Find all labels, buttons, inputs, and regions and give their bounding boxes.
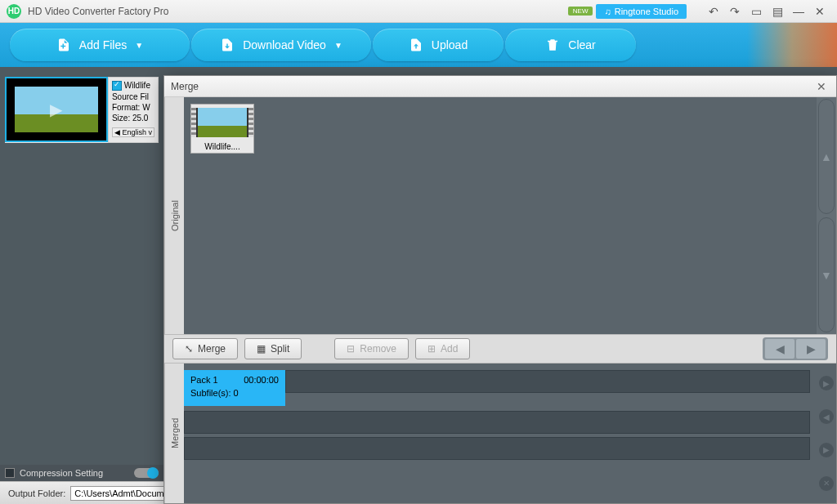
scroll-down-button[interactable]: ▼ bbox=[818, 217, 835, 332]
clear-button[interactable]: Clear bbox=[505, 29, 636, 61]
download-video-button[interactable]: Download Video ▼ bbox=[191, 29, 371, 61]
merge-button[interactable]: ⤡ Merge bbox=[172, 338, 238, 359]
ringtone-studio-button[interactable]: ♫ Ringtone Studio bbox=[596, 4, 687, 19]
add-files-button[interactable]: Add Files ▼ bbox=[10, 29, 190, 61]
save-button[interactable]: ▤ bbox=[767, 3, 788, 20]
redo-button[interactable]: ↷ bbox=[724, 3, 745, 20]
app-logo-icon: HD bbox=[7, 4, 21, 19]
undo-button[interactable]: ↶ bbox=[703, 3, 724, 20]
scroll-up-button[interactable]: ▲ bbox=[818, 99, 835, 214]
merged-next-button[interactable]: ▶ bbox=[819, 443, 834, 457]
pack-subfiles-count: 0 bbox=[234, 388, 239, 398]
dropdown-icon: ▼ bbox=[334, 41, 342, 50]
dialog-close-button[interactable]: ✕ bbox=[813, 80, 830, 93]
app-title: HD Video Converter Factory Pro bbox=[28, 6, 169, 17]
original-label: Original bbox=[164, 97, 184, 334]
trash-icon bbox=[545, 38, 560, 52]
file-name: Wildlife bbox=[124, 81, 150, 90]
merged-label: Merged bbox=[164, 364, 184, 503]
nav-prev-button[interactable]: ◀ bbox=[765, 339, 794, 359]
titlebar: HD HD Video Converter Factory Pro NEW ♫ … bbox=[0, 0, 837, 23]
original-scrollbar: ▲ ▼ bbox=[817, 97, 836, 334]
merged-play-button[interactable]: ▶ bbox=[819, 376, 834, 390]
output-folder-label: Output Folder: bbox=[8, 488, 65, 498]
file-info: Wildlife Source Fil Format: W Size: 25.0… bbox=[108, 77, 159, 143]
ringtone-label: Ringtone Studio bbox=[615, 7, 678, 16]
original-thumbnail bbox=[191, 105, 253, 140]
main-toolbar: Add Files ▼ Download Video ▼ Upload Clea… bbox=[0, 23, 837, 67]
original-video-item[interactable]: Wildlife.... bbox=[190, 104, 254, 154]
remove-icon: ⊟ bbox=[347, 343, 355, 355]
compression-bar: Compression Setting bbox=[0, 465, 163, 481]
minimize-button[interactable]: — bbox=[788, 3, 809, 20]
merged-lane[interactable] bbox=[184, 437, 810, 460]
file-item[interactable]: Wildlife Source Fil Format: W Size: 25.0… bbox=[5, 77, 159, 143]
add-files-label: Add Files bbox=[79, 38, 127, 51]
merge-icon: ⤡ bbox=[185, 343, 193, 355]
merged-prev-button[interactable]: ◀ bbox=[819, 409, 834, 424]
merged-lane[interactable] bbox=[184, 411, 810, 434]
merged-controls: ▶ ◀ ▶ ✕ bbox=[817, 364, 836, 503]
add-button[interactable]: ⊞ Add bbox=[415, 338, 470, 359]
download-video-label: Download Video bbox=[243, 38, 326, 51]
add-file-icon bbox=[56, 38, 71, 52]
play-icon bbox=[15, 87, 98, 132]
compression-checkbox[interactable] bbox=[5, 468, 15, 478]
compression-slider[interactable] bbox=[134, 468, 159, 478]
new-badge: NEW bbox=[568, 7, 593, 16]
original-content[interactable]: Wildlife.... bbox=[184, 97, 817, 334]
file-language-selector[interactable]: ◀ English v bbox=[112, 127, 154, 137]
file-size: Size: 25.0 bbox=[112, 114, 154, 123]
output-folder-input[interactable] bbox=[70, 486, 177, 501]
download-icon bbox=[220, 38, 235, 52]
remove-button-label: Remove bbox=[360, 343, 396, 355]
upload-label: Upload bbox=[432, 38, 468, 51]
upload-icon bbox=[409, 38, 423, 52]
merged-settings-button[interactable]: ✕ bbox=[819, 476, 834, 491]
file-source: Source Fil bbox=[112, 92, 154, 101]
merge-dialog: Merge ✕ Original Wildlife.... ▲ ▼ bbox=[163, 75, 837, 504]
clear-label: Clear bbox=[568, 38, 595, 51]
close-app-button[interactable]: ✕ bbox=[809, 3, 830, 20]
ringtone-icon: ♫ bbox=[604, 7, 611, 16]
remove-button[interactable]: ⊟ Remove bbox=[334, 338, 409, 359]
file-format: Format: W bbox=[112, 103, 154, 112]
pack-time: 00:00:00 bbox=[244, 375, 279, 385]
pack-subfiles-label: Subfile(s): bbox=[190, 388, 231, 398]
nav-next-button[interactable]: ▶ bbox=[796, 339, 826, 359]
add-button-label: Add bbox=[441, 343, 458, 355]
original-section: Original Wildlife.... ▲ ▼ bbox=[164, 97, 836, 334]
compression-label: Compression Setting bbox=[20, 468, 103, 478]
file-thumbnail[interactable] bbox=[5, 77, 108, 142]
split-icon: ▦ bbox=[257, 343, 266, 355]
file-checkbox[interactable] bbox=[112, 81, 122, 91]
split-button[interactable]: ▦ Split bbox=[244, 338, 302, 359]
split-button-label: Split bbox=[271, 343, 289, 355]
dropdown-icon: ▼ bbox=[135, 41, 143, 50]
merge-button-row: ⤡ Merge ▦ Split ⊟ Remove ⊞ Add ◀ ▶ bbox=[164, 334, 836, 364]
feedback-button[interactable]: ▭ bbox=[745, 3, 767, 20]
merged-content[interactable]: Pack 1 00:00:00 Subfile(s): 0 bbox=[184, 364, 817, 503]
file-language: English v bbox=[122, 128, 152, 136]
merged-section: Merged Pack 1 00:00:00 Subfile(s): 0 bbox=[164, 364, 836, 503]
merged-pack[interactable]: Pack 1 00:00:00 Subfile(s): 0 bbox=[184, 370, 285, 406]
pack-name: Pack 1 bbox=[190, 375, 218, 385]
dialog-titlebar: Merge ✕ bbox=[164, 76, 836, 97]
nav-buttons: ◀ ▶ bbox=[763, 337, 828, 360]
file-list: Wildlife Source Fil Format: W Size: 25.0… bbox=[0, 77, 163, 143]
dialog-title: Merge bbox=[171, 81, 199, 92]
merged-lane[interactable] bbox=[285, 370, 810, 393]
merge-button-label: Merge bbox=[198, 343, 226, 355]
add-icon: ⊞ bbox=[427, 343, 436, 355]
original-item-name: Wildlife.... bbox=[191, 140, 253, 153]
upload-button[interactable]: Upload bbox=[373, 29, 504, 61]
